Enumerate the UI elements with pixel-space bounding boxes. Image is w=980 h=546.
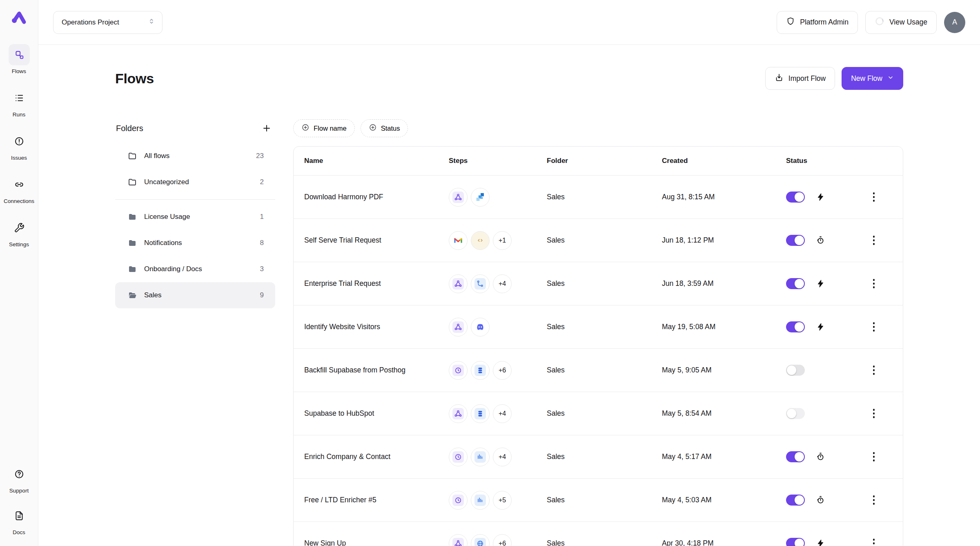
table-row[interactable]: Self Serve Trial Request+1SalesJun 18, 1… — [294, 218, 903, 262]
sidebar-item-runs[interactable]: Runs — [9, 87, 30, 118]
topbar-right: Platform Admin View Usage A — [777, 11, 965, 34]
status-toggle[interactable] — [786, 278, 805, 289]
kebab-menu-icon[interactable] — [870, 406, 878, 421]
table-row[interactable]: Supabase to HubSpot+4SalesMay 5, 8:54 AM — [294, 392, 903, 435]
flow-created: May 19, 5:08 AM — [662, 323, 786, 331]
status-toggle[interactable] — [786, 495, 805, 506]
table-row[interactable]: Download Harmony PDFSalesAug 31, 8:15 AM — [294, 175, 903, 218]
history-icon — [815, 495, 825, 505]
flow-name: Enrich Company & Contact — [304, 452, 449, 461]
flows-icon — [9, 44, 30, 65]
table-row[interactable]: Enrich Company & Contact+4SalesMay 4, 5:… — [294, 435, 903, 478]
avatar[interactable]: A — [944, 12, 965, 33]
status-toggle[interactable] — [786, 192, 805, 203]
steps-more-count: +4 — [499, 453, 506, 461]
step-gmail-icon — [449, 231, 468, 250]
row-actions — [855, 319, 892, 335]
platform-admin-button[interactable]: Platform Admin — [777, 11, 858, 34]
kebab-menu-icon[interactable] — [870, 189, 878, 205]
project-selector-label: Operations Project — [62, 18, 119, 27]
docs-icon — [9, 505, 30, 526]
status-toggle[interactable] — [786, 538, 805, 546]
import-flow-button[interactable]: Import Flow — [765, 67, 835, 90]
flow-name: Backfill Supabase from Posthog — [304, 366, 449, 374]
webhook-icon — [452, 538, 464, 546]
project-selector[interactable]: Operations Project — [53, 11, 163, 34]
table-row[interactable]: New Sign Up+6SalesApr 30, 4:18 PM — [294, 521, 903, 546]
status-toggle[interactable] — [786, 235, 805, 246]
filter-chip-status[interactable]: Status — [361, 119, 408, 137]
table-row[interactable]: Enterprise Trial Request+4SalesJun 18, 3… — [294, 262, 903, 305]
folder-label: All flows — [144, 152, 169, 160]
folder-count: 9 — [260, 291, 264, 299]
bars-icon — [474, 495, 486, 506]
flow-steps: +4 — [449, 274, 547, 293]
steps-more-badge: +4 — [493, 404, 512, 423]
kebab-menu-icon[interactable] — [870, 319, 878, 335]
folder-item-uncategorized[interactable]: Uncategorized2 — [115, 169, 275, 195]
status-toggle[interactable] — [786, 451, 805, 462]
toggle-knob — [787, 365, 796, 375]
sidebar-item-label: Settings — [9, 241, 29, 247]
status-toggle[interactable] — [786, 321, 805, 332]
folder-open-icon — [127, 290, 137, 300]
toggle-knob — [795, 539, 804, 546]
globe-icon — [474, 538, 486, 546]
folder-label: Sales — [144, 291, 162, 299]
step-branch-icon — [471, 274, 490, 293]
blue-squares-icon — [475, 192, 486, 203]
add-folder-button[interactable] — [260, 121, 274, 135]
folder-item-sales[interactable]: Sales9 — [115, 282, 275, 308]
toggle-knob — [795, 236, 804, 245]
sidebar-item-connections[interactable]: Connections — [4, 174, 34, 204]
flow-created: Jun 18, 3:59 AM — [662, 279, 786, 288]
row-actions — [855, 406, 892, 421]
filter-chip-flow-name[interactable]: Flow name — [293, 119, 355, 137]
topbar: Operations Project Platform Admin — [38, 0, 980, 45]
folder-item-notifications[interactable]: Notifications8 — [115, 230, 275, 256]
filter-chip-label: Status — [381, 125, 400, 132]
kebab-menu-icon[interactable] — [870, 449, 878, 465]
folder-item-all-flows[interactable]: All flows23 — [115, 143, 275, 169]
flow-steps — [449, 188, 547, 207]
view-usage-button[interactable]: View Usage — [865, 11, 937, 34]
database-icon — [474, 365, 486, 376]
new-flow-label: New Flow — [851, 74, 882, 83]
main-area: Operations Project Platform Admin — [38, 0, 980, 546]
toggle-knob — [795, 495, 804, 505]
webhook-icon — [452, 408, 464, 419]
new-flow-button[interactable]: New Flow — [842, 67, 903, 90]
steps-more-count: +1 — [499, 237, 506, 244]
kebab-menu-icon[interactable] — [870, 362, 878, 378]
kebab-menu-icon[interactable] — [870, 535, 878, 546]
steps-more-badge: +4 — [493, 274, 512, 293]
app-logo-icon[interactable] — [10, 8, 29, 27]
kebab-menu-icon[interactable] — [870, 492, 878, 508]
sidebar-item-issues[interactable]: Issues — [9, 131, 30, 161]
status-toggle[interactable] — [786, 365, 805, 376]
table-row[interactable]: Backfill Supabase from Posthog+6SalesMay… — [294, 348, 903, 392]
sidebar-item-flows[interactable]: Flows — [9, 44, 30, 74]
clock-icon — [452, 365, 464, 376]
sidebar-item-docs[interactable]: Docs — [9, 505, 30, 535]
sidebar-item-support[interactable]: Support — [9, 464, 30, 494]
folder-item-license-usage[interactable]: License Usage1 — [115, 204, 275, 230]
kebab-menu-icon[interactable] — [870, 232, 878, 248]
table-row[interactable]: Free / LTD Enricher #5+5SalesMay 4, 5:03… — [294, 478, 903, 521]
kebab-menu-icon[interactable] — [870, 276, 878, 292]
flow-status — [786, 495, 855, 506]
sidebar-item-settings[interactable]: Settings — [9, 217, 30, 247]
database-icon — [474, 408, 486, 419]
sidebar-item-label: Runs — [13, 111, 26, 118]
history-icon — [815, 236, 825, 245]
page-head-buttons: Import Flow New Flow — [765, 67, 903, 90]
flow-steps: +1 — [449, 231, 547, 250]
sidebar-item-label: Issues — [11, 155, 27, 161]
folder-item-onboarding-docs[interactable]: Onboarding / Docs3 — [115, 256, 275, 282]
page-head: Flows Import Flow New Flow — [115, 67, 903, 90]
toggle-knob — [795, 279, 804, 288]
status-toggle[interactable] — [786, 408, 805, 419]
table-row[interactable]: Identify Website VisitorsSalesMay 19, 5:… — [294, 305, 903, 348]
folder-filled-icon — [127, 212, 137, 222]
flow-steps: +5 — [449, 491, 547, 510]
